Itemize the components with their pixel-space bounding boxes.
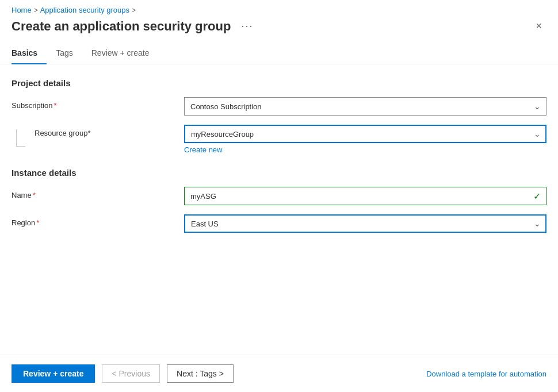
name-required: * (33, 191, 36, 199)
region-select-wrapper: East US ⌄ (184, 214, 546, 233)
form-body: Project details Subscription* Contoso Su… (0, 64, 558, 256)
resource-group-required: * (88, 129, 91, 137)
resource-group-select-wrapper: myResourceGroup ⌄ (184, 125, 546, 143)
breadcrumb-sep1: > (34, 6, 38, 14)
breadcrumb-sep2: > (132, 6, 136, 14)
previous-button[interactable]: < Previous (102, 364, 160, 383)
tab-bar: Basics Tags Review + create (0, 44, 558, 64)
review-create-button[interactable]: Review + create (12, 364, 95, 383)
breadcrumb-home[interactable]: Home (12, 6, 32, 14)
name-input-wrapper: ✓ (184, 187, 546, 205)
next-button[interactable]: Next : Tags > (167, 364, 234, 383)
name-label: Name* (12, 187, 184, 199)
resource-group-row: Resource group* myResourceGroup ⌄ Create… (12, 125, 546, 154)
project-details-title: Project details (12, 78, 546, 88)
resource-group-label: Resource group* (35, 125, 184, 137)
rg-connector-line (16, 129, 25, 147)
region-select[interactable]: East US (184, 214, 546, 233)
subscription-select[interactable]: Contoso Subscription (184, 97, 546, 116)
rg-connector (12, 125, 35, 147)
region-row: Region* East US ⌄ (12, 214, 546, 233)
region-label: Region* (12, 214, 184, 227)
page-header: Create an application security group ···… (0, 18, 558, 44)
instance-details-title: Instance details (12, 168, 546, 178)
breadcrumb: Home > Application security groups > (0, 0, 558, 18)
tab-basics[interactable]: Basics (12, 44, 47, 64)
subscription-control: Contoso Subscription ⌄ (184, 97, 546, 116)
subscription-select-wrapper: Contoso Subscription ⌄ (184, 97, 546, 116)
tab-tags[interactable]: Tags (56, 44, 82, 64)
download-template-link[interactable]: Download a template for automation (426, 370, 546, 378)
close-button[interactable]: × (531, 18, 546, 34)
breadcrumb-section[interactable]: Application security groups (40, 6, 129, 14)
region-control: East US ⌄ (184, 214, 546, 233)
subscription-row: Subscription* Contoso Subscription ⌄ (12, 97, 546, 116)
name-valid-icon: ✓ (533, 191, 541, 202)
footer: Review + create < Previous Next : Tags >… (0, 355, 558, 392)
name-input[interactable] (184, 187, 546, 205)
name-control: ✓ (184, 187, 546, 205)
resource-group-select[interactable]: myResourceGroup (184, 125, 546, 143)
subscription-required: * (54, 101, 57, 110)
instance-details-section: Instance details Name* ✓ Region* East (12, 168, 546, 233)
region-required: * (36, 218, 39, 227)
resource-group-control: myResourceGroup ⌄ Create new (184, 125, 546, 154)
page-title: Create an application security group (12, 19, 231, 34)
tab-review-create[interactable]: Review + create (91, 44, 159, 64)
more-options-button[interactable]: ··· (238, 19, 257, 33)
create-new-link[interactable]: Create new (184, 145, 222, 154)
subscription-label: Subscription* (12, 97, 184, 110)
name-row: Name* ✓ (12, 187, 546, 205)
